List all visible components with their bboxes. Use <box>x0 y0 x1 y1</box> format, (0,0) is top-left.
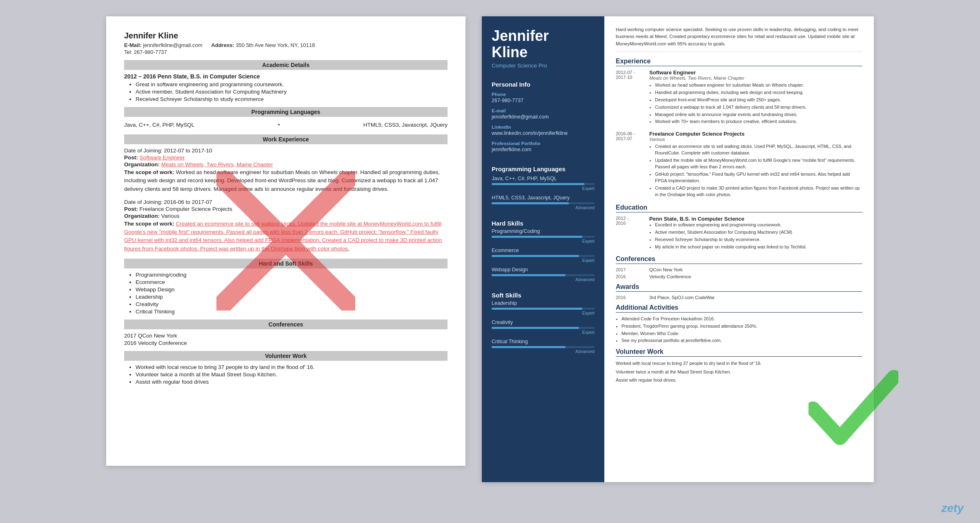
edu-right-body-1: Penn State, B.S. in Computer Science Exc… <box>649 216 807 251</box>
award-entry-1: 2016 3rd Place, SpOJ.com CodeWar <box>616 295 862 300</box>
sidebar-hard-2: Ecommerce Expert <box>482 248 604 267</box>
exp-entry-2: 2016-06 -2017-07 Freelance Computer Scie… <box>616 131 862 199</box>
left-skill-3: Webapp Design <box>136 286 448 293</box>
sidebar-lang-2: HTML5, CSS3, Javascript, JQuery Advanced <box>482 195 604 214</box>
left-edu-title-text: 2012 – 2016 Penn State, B.S. in Computer… <box>124 73 260 80</box>
left-vol-header: Volunteer Work <box>124 351 448 361</box>
sidebar-soft-3-bar-bg <box>492 346 595 348</box>
left-vol-list: Worked with local rescue to bring 37 peo… <box>136 364 448 385</box>
sidebar-hard-skills-label: Hard Skills <box>492 220 595 227</box>
sidebar-soft-1-bar-bg <box>492 308 595 310</box>
left-work-desc-2: The scope of work: Created an ecommerce … <box>124 220 448 253</box>
award-year-1: 2016 <box>616 295 644 300</box>
left-work-post-val-2: Freelance Computer Science Projects <box>140 206 232 212</box>
exp-org-2: Various <box>649 137 862 142</box>
sidebar-hard-skills-title: Hard Skills <box>482 214 604 228</box>
main-content: Hard-working computer science specialist… <box>604 16 874 482</box>
sidebar-hard-2-level: Expert <box>492 258 595 263</box>
sidebar-hard-3: Webapp Design Advanced <box>482 267 604 286</box>
exp-title-2: Freelance Computer Science Projects <box>649 131 862 137</box>
sidebar-linkedin-value: www.linkedin.com/in/jenniferfkline <box>492 130 595 136</box>
sidebar-hard-3-name: Webapp Design <box>492 267 595 273</box>
left-work-org-1: Organization: Meals on Wheels, Two River… <box>124 161 448 168</box>
page-container: Jennifer Kline E-Mail: jenniferfkline@gm… <box>0 0 980 523</box>
left-edu-bullet-2: Active member, Student Association for C… <box>136 89 448 95</box>
sidebar-name-line1: Jennifer <box>492 27 549 44</box>
edu-right-bullet-4: My article in the school paper on mobile… <box>655 244 807 250</box>
award-name-1: 3rd Place, SpOJ.com CodeWar <box>649 295 715 300</box>
sidebar-soft-2-level: Expert <box>492 330 595 335</box>
sidebar-hard-3-bar-fill <box>492 274 566 276</box>
left-edu-bullets: Great in software engineering and progra… <box>136 81 448 102</box>
left-vol-1: Worked with local rescue to bring 37 peo… <box>136 364 448 370</box>
conf-right-2: 2016 Velocity Conference <box>616 274 862 279</box>
left-work-org-label-2: Organization: <box>124 213 160 219</box>
sidebar-soft-2-bar-bg <box>492 327 595 329</box>
additional-1: Attended Code For Princeton Hackathon 20… <box>621 316 862 322</box>
left-vol-2: Volunteer twice a month at the Maud Stre… <box>136 371 448 378</box>
conf-year-1: 2017 <box>616 267 644 272</box>
left-edu-entry: 2012 – 2016 Penn State, B.S. in Computer… <box>124 73 448 102</box>
sidebar-hard-3-level: Advanced <box>492 277 595 282</box>
left-work-post-label-2: Post: <box>124 206 138 212</box>
sidebar-phone-value: 267-980-7737 <box>492 98 595 103</box>
exp-org-1: Meals on Wheels, Two Rivers, Maine Chapt… <box>649 76 806 80</box>
sidebar-prog-title: Programming Languages <box>482 160 604 176</box>
exp-bullets-1: Worked as head software engineer for sub… <box>655 82 806 125</box>
left-work-post-val-1: Software Engineer <box>140 154 185 161</box>
additional-2: President, TrogdorPenn gaming group. Inc… <box>621 323 862 330</box>
sidebar-soft-2-bar-fill <box>492 327 579 329</box>
exp-dates-1-text: 2012-07 -2017-10 <box>616 70 635 80</box>
sidebar-lang-1-name: Java, C++, C#, PHP, MySQL <box>492 176 595 181</box>
conf-right-1: 2017 QCon New York <box>616 267 862 272</box>
left-work-entry-2: Date of Joining: 2016-06 to 2017-07 Post… <box>124 199 448 253</box>
sidebar-email-label: E-mail <box>492 108 595 113</box>
left-edu-title: 2012 – 2016 Penn State, B.S. in Computer… <box>124 73 448 80</box>
sidebar-email-value: jenniferfkline@gmail.com <box>492 114 595 120</box>
sidebar-soft-1: Leadership Expert <box>482 300 604 320</box>
additional-section-title: Additional Activities <box>616 304 862 313</box>
sidebar-soft-3-name: Critical Thinking <box>492 339 595 344</box>
edu-right-bullet-1: Excelled in software engineering and pro… <box>655 222 807 228</box>
additional-list: Attended Code For Princeton Hackathon 20… <box>621 316 862 344</box>
sidebar-soft-2: Creativity Expert <box>482 320 604 339</box>
edu-right-dates-1: 2012 -2016 <box>616 216 644 251</box>
left-conf-1: 2017 QCon New York <box>124 333 448 339</box>
main-summary: Hard-working computer science specialist… <box>616 26 862 52</box>
exp-body-1: Software Engineer Meals on Wheels, Two R… <box>649 69 806 126</box>
additional-4: See my professional portfolio at jennife… <box>621 337 862 344</box>
additional-3: Member, Women Who Code. <box>621 331 862 337</box>
left-prog-left: Java, C++, C#, PHP, MySQL <box>124 122 194 128</box>
left-prog-lang: Java, C++, C#, PHP, MySQL • HTML5, CSS3,… <box>124 120 448 130</box>
left-work-entry-1: Date of Joining: 2012-07 to 2017-10 Post… <box>124 148 448 193</box>
conf-name-2: Velocity Conference <box>649 274 691 279</box>
sidebar-soft-3-bar-fill <box>492 346 566 348</box>
sidebar-personal-info: Personal Info Phone 267-980-7737 E-mail … <box>482 75 604 160</box>
left-scope-label-1: The scope of work: <box>124 169 174 175</box>
exp-body-2: Freelance Computer Science Projects Vari… <box>649 131 862 199</box>
sidebar-phone-label: Phone <box>492 92 595 97</box>
left-email-label: E-Mail: <box>124 42 142 48</box>
sidebar-name-line2: Kline <box>492 44 528 60</box>
edu-right-bullet-2: Active member, Student Association for C… <box>655 229 807 236</box>
left-skill-2: Ecommerce <box>136 279 448 285</box>
sidebar-hard-3-bar-bg <box>492 274 595 276</box>
sidebar-portfolio-value: jenniferfkline.com <box>492 147 595 152</box>
exp-title-1: Software Engineer <box>649 69 806 76</box>
exp-dates-2-text: 2016-06 -2017-07 <box>616 131 635 141</box>
sidebar-soft-1-bar-fill <box>492 308 582 310</box>
vol-line-3: Assist with regular food drives. <box>616 377 862 384</box>
left-hard-soft-header: Hard and Soft Skills <box>124 259 448 268</box>
left-conf-2: 2016 Velocity Conference <box>124 340 448 346</box>
edu-right-bullets-1: Excelled in software engineering and pro… <box>655 222 807 250</box>
left-conf-header: Conferences <box>124 320 448 329</box>
exp-bullet-1-2: Handled all programming duties, includin… <box>655 89 806 96</box>
sidebar: Jennifer Kline Computer Science Pro Pers… <box>482 16 604 482</box>
left-edu-bullet-1: Great in software engineering and progra… <box>136 81 448 87</box>
sidebar-lang-1-bar-fill <box>492 183 584 185</box>
conf-name-1: QCon New York <box>649 267 683 272</box>
sidebar-portfolio-field: Professional Portfolio jenniferfkline.co… <box>492 141 595 152</box>
left-skills-list: Programming/coding Ecommerce Webapp Desi… <box>136 272 448 315</box>
conferences-section-title: Conferences <box>616 255 862 264</box>
sidebar-lang-1-bar-bg <box>492 183 595 185</box>
